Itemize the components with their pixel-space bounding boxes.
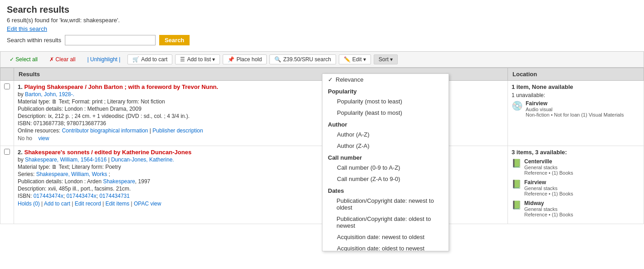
toolbar: ✓ Select all ✗ Clear all | Unhighlight |… bbox=[0, 51, 644, 68]
row2-title-highlight: Shakespeare bbox=[24, 149, 60, 156]
row1-view-link[interactable]: view bbox=[38, 135, 49, 142]
sort-author-za-label: Author (Z-A) bbox=[337, 142, 370, 149]
sort-acqdate-oldest-label: Acquisition date: oldest to newest bbox=[337, 245, 424, 251]
sort-pubdate-oldest-label: Publication/Copyright date: oldest to ne… bbox=[337, 215, 443, 229]
row1-publisher-link[interactable]: Publisher description bbox=[152, 127, 203, 134]
row1-checkbox-cell bbox=[0, 81, 14, 146]
check-icon: ✓ bbox=[328, 76, 333, 83]
row1-location-box: 1 item, None available 1 unavailable: 💿 … bbox=[512, 83, 640, 117]
sort-acqdate-newest[interactable]: Acquisition date: newest to oldest bbox=[322, 231, 449, 243]
unhighlight-button[interactable]: | Unhighlight | bbox=[83, 55, 125, 64]
row1-author-link[interactable]: Barton, John, 1928-. bbox=[25, 91, 74, 98]
row2-isbn3-link[interactable]: 0174434731 bbox=[99, 193, 130, 199]
sort-callnum-09az-label: Call number (0-9 to A-Z) bbox=[337, 164, 400, 171]
row2-checkbox-cell bbox=[0, 146, 14, 224]
search-within-input[interactable] bbox=[65, 35, 156, 45]
add-to-list-button[interactable]: ☰ Add to list ▾ bbox=[175, 54, 220, 64]
row2-holds-link[interactable]: Holds (0) bbox=[18, 201, 40, 207]
row2-title-link[interactable]: Shakespeare's sonnets / edited by Kather… bbox=[24, 149, 191, 156]
row2-arden-link[interactable]: Shakespeare bbox=[103, 178, 135, 185]
clear-all-button[interactable]: ✗ Clear all bbox=[45, 55, 80, 64]
book-icon: 📗 bbox=[512, 200, 522, 210]
row2-loc-midway: 📗 Midway General stacks Reference • (1) … bbox=[512, 200, 640, 217]
sort-pubdate-newest-label: Publication/Copyright date: newest to ol… bbox=[337, 197, 443, 211]
book-icon: 📗 bbox=[512, 179, 522, 189]
row1-loc-type: Audio visual bbox=[526, 107, 624, 112]
row2-loc-centerville: 📗 Centerville General stacks Reference •… bbox=[512, 158, 640, 176]
page-title: Search results bbox=[7, 5, 637, 15]
select-all-button[interactable]: ✓ Select all bbox=[5, 55, 42, 64]
sort-author-az[interactable]: Author (A-Z) bbox=[322, 129, 449, 140]
row1-contributor-link[interactable]: Contributor biographical information bbox=[62, 127, 148, 134]
row1-title-link[interactable]: Playing Shakespeare / John Barton ; with… bbox=[24, 83, 218, 90]
row1-no-hold: No ho bbox=[18, 135, 32, 142]
row2-loc-fairview: 📗 Fairview General stacks Reference • (1… bbox=[512, 179, 640, 196]
edit-icon: ✏️ bbox=[344, 56, 351, 63]
page-wrapper: Search results 6 result(s) found for 'kw… bbox=[0, 0, 644, 269]
sort-group-author: Author bbox=[322, 118, 449, 129]
sort-button[interactable]: Sort ▾ bbox=[374, 54, 398, 64]
row1-location-cell: 1 item, None available 1 unavailable: 💿 … bbox=[508, 81, 644, 146]
list-icon: ☰ bbox=[180, 56, 185, 63]
sort-acqdate-oldest[interactable]: Acquisition date: oldest to newest bbox=[322, 243, 449, 251]
sort-group-callnum: Call number bbox=[322, 152, 449, 162]
place-hold-button[interactable]: 📌 Place hold bbox=[223, 54, 267, 64]
row1-loc-name: Fairview bbox=[526, 100, 624, 107]
row2-location-header: 3 items, 3 available: bbox=[512, 149, 640, 156]
row2-checkbox[interactable] bbox=[4, 149, 10, 155]
row1-title-highlight: Shakespeare bbox=[47, 83, 83, 90]
audiovisual-icon: 💿 bbox=[512, 100, 523, 111]
row2-location-cell: 3 items, 3 available: 📗 Centerville Gene… bbox=[508, 146, 644, 224]
row2-add-cart-link[interactable]: Add to cart bbox=[44, 201, 70, 207]
sort-popularity-least-label: Popularity (least to most) bbox=[337, 109, 402, 116]
sort-callnum-za90[interactable]: Call number (Z-A to 9-0) bbox=[322, 173, 449, 185]
sort-relevance[interactable]: ✓ Relevance bbox=[322, 74, 449, 85]
z3950-button[interactable]: 🔍 Z39.50/SRU search bbox=[269, 54, 336, 64]
search-within-label: Search within results bbox=[7, 37, 61, 44]
col-checkbox bbox=[0, 68, 14, 81]
sort-group-dates: Dates bbox=[322, 185, 449, 195]
search-icon: 🔍 bbox=[274, 56, 281, 63]
edit-button[interactable]: ✏️ Edit ▾ bbox=[339, 54, 371, 64]
add-to-cart-button[interactable]: 🛒 Add to cart bbox=[127, 54, 172, 64]
row1-checkbox[interactable] bbox=[4, 83, 10, 89]
sort-pubdate-newest[interactable]: Publication/Copyright date: newest to ol… bbox=[322, 195, 449, 213]
search-within-row: Search within results Search bbox=[7, 35, 637, 45]
sort-dropdown: ✓ Relevance Popularity Popularity (most … bbox=[322, 73, 449, 251]
row1-location-item: 💿 Fairview Audio visual Non-fiction • No… bbox=[512, 100, 640, 117]
edit-search-link[interactable]: Edit this search bbox=[7, 25, 47, 32]
sort-author-za[interactable]: Author (Z-A) bbox=[322, 140, 449, 152]
sort-dropdown-inner[interactable]: ✓ Relevance Popularity Popularity (most … bbox=[322, 74, 449, 251]
sort-relevance-label: Relevance bbox=[336, 76, 363, 83]
search-button[interactable]: Search bbox=[159, 35, 190, 45]
sort-acqdate-newest-label: Acquisition date: newest to oldest bbox=[337, 234, 424, 240]
sort-group-popularity: Popularity bbox=[322, 85, 449, 96]
row1-location-header: 1 item, None available bbox=[512, 83, 640, 90]
sort-popularity-least[interactable]: Popularity (least to most) bbox=[322, 107, 449, 118]
header-section: Search results 6 result(s) found for 'kw… bbox=[0, 0, 644, 51]
row2-opac-link[interactable]: OPAC view bbox=[134, 201, 161, 207]
sort-popularity-most[interactable]: Popularity (most to least) bbox=[322, 96, 449, 107]
sort-pubdate-oldest[interactable]: Publication/Copyright date: oldest to ne… bbox=[322, 213, 449, 231]
col-location: Location bbox=[508, 68, 644, 81]
row2-isbn2-link[interactable]: 017443474x bbox=[66, 193, 96, 199]
sort-callnum-za90-label: Call number (Z-A to 9-0) bbox=[337, 176, 400, 182]
sort-author-az-label: Author (A-Z) bbox=[337, 131, 370, 138]
sort-popularity-most-label: Popularity (most to least) bbox=[337, 98, 402, 105]
results-summary: 6 result(s) found for 'kw,wrdl: shakespe… bbox=[7, 17, 637, 24]
row2-author-link[interactable]: Shakespeare, William, 1564-1616 bbox=[25, 157, 107, 163]
row1-location-unavail: 1 unavailable: bbox=[512, 92, 640, 98]
row1-loc-detail: Non-fiction • Not for loan (1) Visual Ma… bbox=[526, 112, 624, 117]
hold-icon: 📌 bbox=[228, 56, 234, 63]
sort-callnum-09az[interactable]: Call number (0-9 to A-Z) bbox=[322, 162, 449, 173]
row2-author2-link[interactable]: Duncan-Jones, Katherine. bbox=[111, 157, 174, 163]
row2-series-link[interactable]: Shakespeare, William, Works bbox=[36, 171, 107, 177]
row2-edit-record-link[interactable]: Edit record bbox=[75, 201, 101, 207]
row2-edit-items-link[interactable]: Edit items bbox=[105, 201, 129, 207]
row2-isbn1-link[interactable]: 017443474x bbox=[34, 193, 63, 199]
cart-icon: 🛒 bbox=[132, 56, 139, 63]
book-icon: 📗 bbox=[512, 158, 522, 168]
row2-location-box: 3 items, 3 available: 📗 Centerville Gene… bbox=[512, 149, 640, 217]
